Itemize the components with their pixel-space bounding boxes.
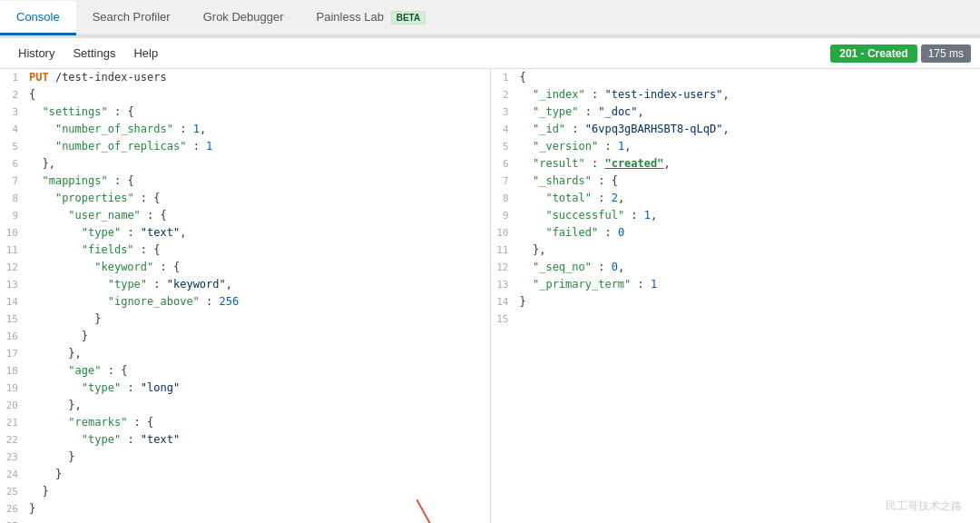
line-num-26: 26 — [0, 500, 25, 518]
line-num-19: 19 — [0, 380, 25, 397]
line-content-20: }, — [25, 397, 490, 413]
menu-history[interactable]: History — [9, 43, 64, 64]
line-content-6: }, — [25, 155, 490, 172]
left-line-18: 18 "age" : { — [0, 362, 490, 380]
line-num-11: 11 — [0, 242, 25, 259]
right-line-num-2: 2 — [491, 86, 516, 104]
menu-settings[interactable]: Settings — [64, 43, 124, 64]
line-num-8: 8 — [0, 190, 25, 207]
left-line-24: 24 } — [0, 466, 490, 483]
line-num-4: 4 — [0, 121, 25, 138]
left-panel: 1PUT /test-index-users2{3 "settings" : {… — [0, 69, 491, 523]
right-line-content-13: "_primary_term" : 1 — [516, 276, 981, 292]
line-num-15: 15 — [0, 311, 25, 328]
line-num-22: 22 — [0, 431, 25, 449]
left-line-2: 2{ — [0, 86, 490, 104]
right-line-num-13: 13 — [491, 276, 516, 293]
left-line-17: 17 }, — [0, 345, 490, 362]
line-content-23: } — [25, 449, 490, 465]
left-code-area[interactable]: 1PUT /test-index-users2{3 "settings" : {… — [0, 69, 490, 523]
right-line-content-3: "_type" : "_doc", — [516, 104, 981, 120]
line-content-22: "type" : "text" — [25, 431, 490, 448]
right-line-num-9: 9 — [491, 207, 516, 224]
right-line-num-7: 7 — [491, 173, 516, 190]
right-line-12: 12 "_seq_no" : 0, — [491, 259, 981, 276]
left-line-1: 1PUT /test-index-users — [0, 69, 490, 86]
left-line-19: 19 "type" : "long" — [0, 380, 490, 397]
left-line-20: 20 }, — [0, 397, 490, 414]
left-line-14: 14 "ignore_above" : 256 — [0, 293, 490, 311]
right-line-11: 11 }, — [491, 242, 981, 259]
line-num-23: 23 — [0, 449, 25, 466]
right-line-9: 9 "successful" : 1, — [491, 207, 981, 224]
right-line-5: 5 "_version" : 1, — [491, 138, 981, 155]
right-line-content-10: "failed" : 0 — [516, 224, 981, 241]
right-line-2: 2 "_index" : "test-index-users", — [491, 86, 981, 104]
right-line-content-9: "successful" : 1, — [516, 207, 981, 223]
line-num-13: 13 — [0, 276, 25, 293]
line-num-12: 12 — [0, 259, 25, 276]
right-line-content-4: "_id" : "6vpq3gBARHSBT8-qLqD", — [516, 121, 981, 137]
right-line-3: 3 "_type" : "_doc", — [491, 104, 981, 121]
right-line-num-10: 10 — [491, 224, 516, 242]
menu-help[interactable]: Help — [124, 43, 167, 64]
left-line-8: 8 "properties" : { — [0, 190, 490, 207]
line-content-25: } — [25, 483, 490, 499]
right-code-area[interactable]: 1{2 "_index" : "test-index-users",3 "_ty… — [491, 69, 981, 523]
line-content-26: } — [25, 500, 490, 517]
tab-painless-lab[interactable]: Painless Lab BETA — [300, 1, 443, 35]
right-line-content-14: } — [516, 293, 981, 310]
line-num-16: 16 — [0, 328, 25, 345]
line-content-14: "ignore_above" : 256 — [25, 293, 490, 310]
right-line-num-3: 3 — [491, 104, 516, 121]
right-line-num-11: 11 — [491, 242, 516, 259]
right-line-content-11: }, — [516, 242, 981, 258]
right-line-content-2: "_index" : "test-index-users", — [516, 86, 981, 103]
line-content-5: "number_of_replicas" : 1 — [25, 138, 490, 154]
line-content-15: } — [25, 311, 490, 327]
left-line-21: 21 "remarks" : { — [0, 414, 490, 431]
line-content-24: } — [25, 466, 490, 482]
left-line-5: 5 "number_of_replicas" : 1 — [0, 138, 490, 155]
tab-console[interactable]: Console — [0, 1, 76, 35]
line-num-18: 18 — [0, 362, 25, 380]
left-line-26: 26} — [0, 500, 490, 518]
tab-grok-debugger[interactable]: Grok Debugger — [187, 1, 300, 35]
line-num-9: 9 — [0, 207, 25, 224]
right-line-content-12: "_seq_no" : 0, — [516, 259, 981, 275]
right-line-num-15: 15 — [491, 311, 516, 328]
line-content-4: "number_of_shards" : 1, — [25, 121, 490, 137]
right-line-content-1: { — [516, 69, 981, 85]
right-line-content-7: "_shards" : { — [516, 173, 981, 189]
line-num-6: 6 — [0, 155, 25, 173]
line-content-10: "type" : "text", — [25, 224, 490, 241]
right-line-7: 7 "_shards" : { — [491, 173, 981, 190]
right-line-num-5: 5 — [491, 138, 516, 155]
left-line-9: 9 "user_name" : { — [0, 207, 490, 224]
line-content-8: "properties" : { — [25, 190, 490, 206]
left-line-27: 27 — [0, 518, 490, 523]
line-num-21: 21 — [0, 414, 25, 431]
status-badge: 201 - Created — [830, 44, 916, 63]
right-line-8: 8 "total" : 2, — [491, 190, 981, 207]
line-num-2: 2 — [0, 86, 25, 104]
tab-search-profiler[interactable]: Search Profiler — [76, 1, 187, 35]
line-content-11: "fields" : { — [25, 242, 490, 258]
line-num-5: 5 — [0, 138, 25, 155]
line-num-10: 10 — [0, 224, 25, 242]
left-line-11: 11 "fields" : { — [0, 242, 490, 259]
left-line-6: 6 }, — [0, 155, 490, 173]
right-line-content-5: "_version" : 1, — [516, 138, 981, 154]
line-content-9: "user_name" : { — [25, 207, 490, 223]
left-line-12: 12 "keyword" : { — [0, 259, 490, 276]
line-num-1: 1 — [0, 69, 25, 86]
right-line-num-12: 12 — [491, 259, 516, 276]
left-line-3: 3 "settings" : { — [0, 104, 490, 121]
left-line-23: 23 } — [0, 449, 490, 466]
left-line-16: 16 } — [0, 328, 490, 345]
right-line-10: 10 "failed" : 0 — [491, 224, 981, 242]
right-line-num-14: 14 — [491, 293, 516, 311]
line-num-17: 17 — [0, 345, 25, 362]
line-content-1: PUT /test-index-users — [25, 69, 490, 85]
right-line-4: 4 "_id" : "6vpq3gBARHSBT8-qLqD", — [491, 121, 981, 138]
